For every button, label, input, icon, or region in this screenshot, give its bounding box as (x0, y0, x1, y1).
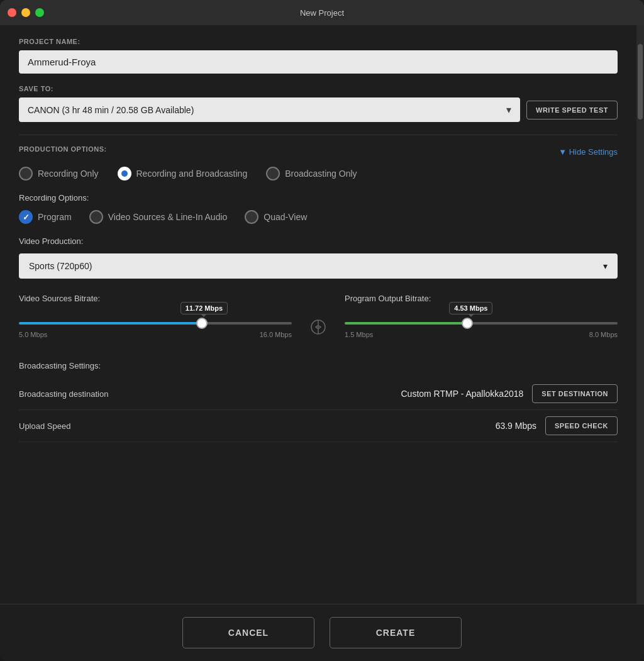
video-sources-min: 5.0 Mbps (19, 331, 47, 338)
minimize-button[interactable] (21, 8, 30, 17)
cancel-button[interactable]: CANCEL (182, 617, 314, 648)
broadcasting-destination-value: Custom RTMP - Apallokka2018 (401, 389, 524, 399)
program-output-tooltip: 4.53 Mbps (449, 302, 492, 314)
video-sources-option[interactable]: Video Sources & Line-In Audio (89, 210, 228, 224)
program-output-slider-container: 4.53 Mbps 1.5 Mbps 8.0 Mbps (345, 322, 618, 338)
footer: CANCEL CREATE (0, 604, 644, 661)
video-sources-bitrate-label: Video Sources Bitrate: (19, 294, 292, 303)
write-speed-test-button[interactable]: WRITE SPEED TEST (526, 101, 618, 119)
recording-only-option[interactable]: Recording Only (19, 167, 99, 181)
video-production-section: Video Production: Sports (720p60) ▾ (19, 236, 618, 279)
quad-view-label: Quad-View (264, 212, 307, 222)
broadcasting-only-label: Broadcasting Only (285, 169, 357, 179)
video-sources-tooltip: 11.72 Mbps (180, 302, 228, 314)
program-output-min: 1.5 Mbps (345, 331, 373, 338)
quad-view-option[interactable]: Quad-View (245, 210, 307, 224)
video-sources-max: 16.0 Mbps (260, 331, 292, 338)
program-output-slider-range: 1.5 Mbps 8.0 Mbps (345, 331, 618, 338)
scrollbar-thumb[interactable] (638, 44, 643, 119)
speed-check-button[interactable]: SPEED CHECK (545, 416, 618, 435)
set-destination-button[interactable]: SET DESTINATION (532, 384, 618, 403)
broadcasting-destination-label: Broadcasting destination (19, 389, 108, 399)
recording-only-label: Recording Only (38, 169, 99, 179)
main-content: PROJECT NAME: SAVE TO: CANON (3 hr 48 mi… (0, 25, 636, 604)
video-sources-slider-container: 11.72 Mbps 5.0 Mbps 16.0 Mbps (19, 322, 292, 338)
window-controls (8, 8, 44, 17)
production-options-label: PRODUCTION OPTIONS: (19, 145, 107, 153)
production-options-header: PRODUCTION OPTIONS: ▼ Hide Settings (19, 145, 618, 158)
program-checkbox[interactable] (19, 210, 33, 224)
video-sources-slider-range: 5.0 Mbps 16.0 Mbps (19, 331, 292, 338)
program-option[interactable]: Program (19, 210, 72, 224)
video-sources-checkbox[interactable] (89, 210, 103, 224)
video-sources-slider-track[interactable] (19, 322, 292, 325)
recording-and-broadcasting-radio[interactable] (118, 167, 131, 181)
video-production-value: Sports (720p60) (29, 261, 92, 271)
create-button[interactable]: CREATE (330, 617, 462, 648)
broadcasting-only-option[interactable]: Broadcasting Only (266, 167, 357, 181)
link-icon (307, 319, 330, 335)
recording-and-broadcasting-option[interactable]: Recording and Broadcasting (118, 167, 248, 181)
recording-options-label: Recording Options: (19, 193, 618, 203)
broadcasting-settings-label: Broadcasting Settings: (19, 361, 618, 370)
save-to-dropdown[interactable]: CANON (3 hr 48 min / 20.58 GB Available)… (19, 97, 520, 122)
chevron-down-icon-video: ▾ (603, 261, 608, 271)
project-name-label: PROJECT NAME: (19, 38, 618, 45)
program-output-bitrate-panel: Program Output Bitrate: 4.53 Mbps 1.5 Mb… (345, 294, 618, 343)
upload-speed-value: 63.9 Mbps (496, 421, 536, 431)
video-production-label: Video Production: (19, 236, 618, 246)
upload-speed-row: Upload Speed 63.9 Mbps SPEED CHECK (19, 410, 618, 442)
upload-speed-right: 63.9 Mbps SPEED CHECK (496, 416, 618, 435)
recording-and-broadcasting-label: Recording and Broadcasting (136, 169, 248, 179)
program-output-max: 8.0 Mbps (589, 331, 618, 338)
hide-settings-link[interactable]: ▼ Hide Settings (558, 147, 618, 157)
program-label: Program (38, 212, 72, 222)
broadcasting-settings: Broadcasting Settings: Broadcasting dest… (19, 361, 618, 442)
video-sources-slider-thumb[interactable] (196, 318, 208, 329)
title-bar: New Project (0, 0, 644, 25)
video-sources-bitrate-panel: Video Sources Bitrate: 11.72 Mbps 5.0 Mb… (19, 294, 292, 343)
recording-only-radio[interactable] (19, 167, 33, 181)
upload-speed-label: Upload Speed (19, 421, 70, 431)
new-project-window: New Project PROJECT NAME: SAVE TO: CANON… (0, 0, 644, 661)
window-title: New Project (300, 8, 344, 18)
production-options-radio-group: Recording Only Recording and Broadcastin… (19, 167, 618, 181)
chevron-down-icon: ▾ (506, 104, 511, 116)
broadcasting-only-radio[interactable] (266, 167, 280, 181)
project-name-input[interactable] (19, 50, 618, 74)
program-output-slider-track[interactable] (345, 322, 618, 325)
close-button[interactable] (8, 8, 16, 17)
video-production-dropdown[interactable]: Sports (720p60) ▾ (19, 253, 618, 279)
save-to-label: SAVE TO: (19, 85, 618, 92)
save-to-section: SAVE TO: CANON (3 hr 48 min / 20.58 GB A… (19, 85, 618, 122)
maximize-button[interactable] (35, 8, 44, 17)
scrollbar[interactable] (636, 25, 644, 604)
save-to-value: CANON (3 hr 48 min / 20.58 GB Available) (28, 105, 194, 115)
broadcasting-destination-right: Custom RTMP - Apallokka2018 SET DESTINAT… (401, 384, 618, 403)
recording-options-checkbox-group: Program Video Sources & Line-In Audio Qu… (19, 210, 618, 224)
program-output-slider-thumb[interactable] (462, 318, 473, 329)
video-sources-label: Video Sources & Line-In Audio (108, 212, 228, 222)
bitrate-section: Video Sources Bitrate: 11.72 Mbps 5.0 Mb… (19, 294, 618, 343)
divider (19, 135, 618, 135)
broadcasting-destination-row: Broadcasting destination Custom RTMP - A… (19, 378, 618, 410)
quad-view-checkbox[interactable] (245, 210, 258, 224)
